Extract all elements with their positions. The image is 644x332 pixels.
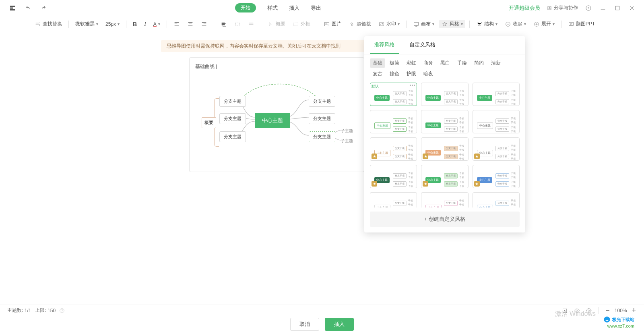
app-logo-icon[interactable] xyxy=(8,4,17,12)
center-topic[interactable]: 中心主题 xyxy=(255,113,290,128)
branch-node[interactable]: 分支主题 xyxy=(219,113,246,124)
branch-node[interactable]: 分支主题 xyxy=(309,113,335,124)
premium-lock-icon xyxy=(372,154,377,159)
svg-rect-10 xyxy=(414,22,419,25)
style-thumbnail[interactable]: 中心主题分支干项分支干项子项子项子项子项 xyxy=(370,165,417,188)
sub-node[interactable]: 子主题 xyxy=(341,128,353,134)
collapse-button[interactable]: 收起▾ xyxy=(502,20,528,28)
sub-node[interactable]: 子主题 xyxy=(341,138,353,144)
style-thumbnail[interactable]: 中心主题分支干项分支干项子项子项子项子项 xyxy=(370,110,417,133)
mindppt-button[interactable]: 脑图PPT xyxy=(566,20,597,28)
cat-simple[interactable]: 简约 xyxy=(471,58,487,68)
cat-handdrawn[interactable]: 手绘 xyxy=(454,58,470,68)
align-center-icon[interactable] xyxy=(185,20,196,28)
align-right-icon[interactable] xyxy=(198,20,210,28)
cat-business[interactable]: 商务 xyxy=(421,58,436,68)
canvas-button[interactable]: 画布▾ xyxy=(411,20,437,28)
svg-rect-7 xyxy=(325,22,329,26)
cat-minimal[interactable]: 极简 xyxy=(387,58,402,68)
mindmap-title: 基础曲线 | xyxy=(195,63,358,70)
style-panel: 推荐风格 自定义风格 基础 极简 彩虹 商务 黑白 手绘 简约 清新 复古 撞色… xyxy=(364,36,525,232)
svg-rect-3 xyxy=(222,23,225,25)
font-selector[interactable]: 微软雅黑▾ xyxy=(73,20,101,28)
summary-button[interactable]: 概要 xyxy=(265,20,288,28)
style-thumbnail[interactable]: 中心主题分支干项分支干项子项子项子项子项 xyxy=(473,192,520,208)
summary-node[interactable]: 概要 xyxy=(202,117,216,128)
expand-button[interactable]: 展开▾ xyxy=(531,20,557,28)
style-grid: 中心主题分支干项分支干项子项子项子项子项默认中心主题分支干项分支干项子项子项子项… xyxy=(364,83,525,208)
premium-lock-icon xyxy=(474,154,480,159)
cat-retro[interactable]: 复古 xyxy=(370,69,385,79)
svg-rect-16 xyxy=(569,22,574,25)
structure-button[interactable]: 结构▾ xyxy=(474,20,500,28)
cat-contrast[interactable]: 撞色 xyxy=(387,69,402,79)
help-icon[interactable]: ? xyxy=(584,4,592,12)
premium-lock-icon xyxy=(423,154,428,159)
style-thumbnail[interactable]: 中心主题分支干项分支干项子项子项子项子项 xyxy=(473,83,520,106)
branch-node-selected[interactable]: 分支主题 xyxy=(309,131,335,142)
watermark-button[interactable]: 水印▾ xyxy=(376,20,402,28)
style-thumbnail[interactable]: 中心主题分支干项分支干项子项子项子项子项 xyxy=(473,165,520,188)
category-row: 基础 极简 彩虹 商务 黑白 手绘 简约 清新 复古 撞色 护眼 暗夜 xyxy=(364,54,525,83)
canvas[interactable]: 思维导图使用时需保持联网，内容会实时保存至云文档。关闭后可在云文档中找到 基础曲… xyxy=(0,32,644,282)
cat-fresh[interactable]: 清新 xyxy=(488,58,504,68)
share-button[interactable]: 分享与协作 xyxy=(547,4,578,11)
tab-custom[interactable]: 自定义风格 xyxy=(405,36,440,54)
style-thumbnail[interactable]: 中心主题分支干项分支干项子项子项子项子项 xyxy=(421,110,468,133)
style-thumbnail[interactable]: 中心主题分支干项分支干项子项子项子项子项 xyxy=(370,192,417,208)
maximize-icon[interactable] xyxy=(613,4,621,12)
premium-lock-icon xyxy=(474,181,480,187)
hyperlink-button[interactable]: 超链接 xyxy=(346,20,374,28)
line-style-icon[interactable] xyxy=(246,20,257,28)
tab-recommended[interactable]: 推荐风格 xyxy=(370,36,399,54)
branch-node[interactable]: 分支主题 xyxy=(309,96,335,107)
tab-export[interactable]: 导出 xyxy=(311,4,321,12)
style-thumbnail[interactable]: 中心主题分支干项分支干项子项子项子项子项 xyxy=(473,110,520,133)
fontsize-selector[interactable]: 25px▾ xyxy=(103,21,122,28)
shape-fill-icon[interactable] xyxy=(218,20,229,28)
top-bar: 开始 样式 插入 导出 开通超级会员 分享与协作 ? xyxy=(0,0,644,16)
tab-start[interactable]: 开始 xyxy=(235,3,256,12)
shape-border-icon[interactable] xyxy=(232,20,243,28)
font-color-button[interactable]: A▾ xyxy=(151,21,163,28)
find-replace-button[interactable]: 查找替换 xyxy=(32,20,64,28)
redo-icon[interactable] xyxy=(39,4,47,12)
cat-dark[interactable]: 暗夜 xyxy=(421,69,436,79)
cat-rainbow[interactable]: 彩虹 xyxy=(404,58,419,68)
branch-node[interactable]: 分支主题 xyxy=(219,131,246,142)
tab-style[interactable]: 样式 xyxy=(267,4,278,12)
cat-bw[interactable]: 黑白 xyxy=(438,58,453,68)
bold-button[interactable]: B xyxy=(130,20,139,28)
premium-lock-icon xyxy=(372,181,377,187)
mindmap-preview: 基础曲线 | 概要 中心主题 分支主题 分支主题 分支主题 分支主题 分支主题 … xyxy=(189,57,364,172)
italic-button[interactable]: I xyxy=(142,20,149,28)
create-custom-button[interactable]: + 创建自定义风格 xyxy=(370,212,520,227)
svg-rect-12 xyxy=(480,22,481,23)
branch-node[interactable]: 分支主题 xyxy=(219,96,246,107)
cat-basic[interactable]: 基础 xyxy=(370,58,385,68)
svg-rect-6 xyxy=(294,23,298,26)
member-link[interactable]: 开通超级会员 xyxy=(509,4,540,12)
style-thumbnail[interactable]: 中心主题分支干项分支干项子项子项子项子项 xyxy=(421,83,468,106)
style-thumbnail[interactable]: 中心主题分支干项分支干项子项子项子项子项 xyxy=(473,137,520,161)
style-thumbnail[interactable]: 中心主题分支干项分支干项子项子项子项子项默认 xyxy=(370,83,417,106)
toolbar: 查找替换 微软雅黑▾ 25px▾ B I A▾ 概要 外框 图片 超链接 水印▾… xyxy=(0,16,644,32)
align-left-icon[interactable] xyxy=(171,20,182,28)
info-banner: 思维导图使用时需保持联网，内容会实时保存至云文档。关闭后可在云文档中找到 xyxy=(161,40,366,52)
style-thumbnail[interactable]: 中心主题分支干项分支干项子项子项子项子项 xyxy=(370,137,417,161)
tab-insert[interactable]: 插入 xyxy=(289,4,299,12)
minimize-icon[interactable] xyxy=(599,4,607,12)
close-icon[interactable] xyxy=(628,4,636,12)
border-button[interactable]: 外框 xyxy=(290,20,313,28)
svg-rect-5 xyxy=(235,23,239,25)
style-button[interactable]: 风格▾ xyxy=(439,20,465,28)
svg-rect-2 xyxy=(615,6,619,10)
image-button[interactable]: 图片 xyxy=(321,20,344,28)
premium-lock-icon xyxy=(423,181,428,187)
cat-eyecare[interactable]: 护眼 xyxy=(404,69,419,79)
style-thumbnail[interactable]: 中心主题分支干项分支干项子项子项子项子项 xyxy=(421,165,468,188)
undo-icon[interactable] xyxy=(24,4,32,12)
style-thumbnail[interactable]: 中心主题分支干项分支干项子项子项子项子项 xyxy=(421,137,468,161)
svg-rect-13 xyxy=(479,25,480,26)
style-thumbnail[interactable]: 中心主题分支干项分支干项子项子项子项子项 xyxy=(421,192,468,208)
